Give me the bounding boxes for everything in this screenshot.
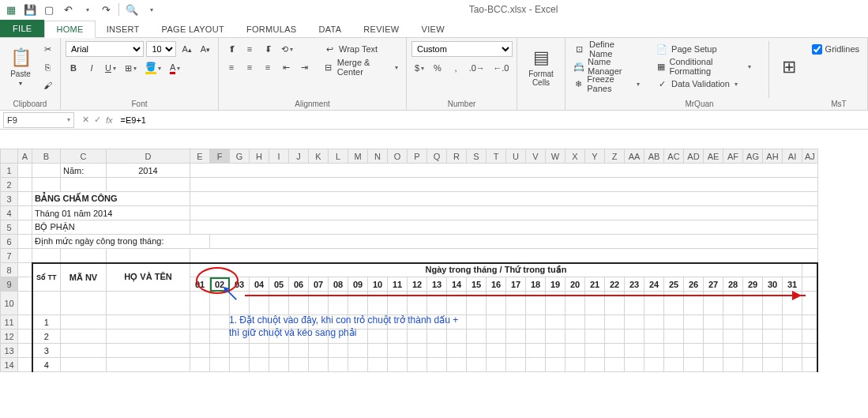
- col-header[interactable]: H: [250, 149, 269, 164]
- undo-icon[interactable]: ↶: [62, 3, 74, 16]
- col-header[interactable]: B: [32, 149, 61, 164]
- wrap-text-button[interactable]: ↩Wrap Text: [320, 41, 401, 57]
- tab-pagelayout[interactable]: PAGE LAYOUT: [151, 21, 235, 37]
- col-header[interactable]: W: [546, 149, 566, 164]
- col-header[interactable]: AG: [743, 149, 763, 164]
- col-header[interactable]: AJ: [802, 149, 818, 164]
- col-header[interactable]: AE: [704, 149, 723, 164]
- shrink-font-button[interactable]: A▾: [197, 41, 213, 57]
- cell[interactable]: HỌ VÀ TÊN: [107, 263, 190, 292]
- cell[interactable]: 31: [783, 277, 802, 292]
- font-color-button[interactable]: A: [167, 60, 183, 76]
- cell[interactable]: 20: [566, 277, 585, 292]
- cell[interactable]: Tháng 01 năm 2014: [32, 206, 190, 220]
- cell[interactable]: 29: [743, 277, 763, 292]
- col-header[interactable]: I: [269, 149, 289, 164]
- row-header[interactable]: 3: [1, 192, 18, 206]
- cell[interactable]: 23: [625, 277, 644, 292]
- gridlines-checkbox[interactable]: [812, 44, 822, 55]
- tab-home[interactable]: HOME: [44, 21, 95, 38]
- cell[interactable]: Năm:: [61, 164, 107, 178]
- font-name-select[interactable]: Arial: [66, 41, 144, 57]
- grow-font-button[interactable]: A▴: [178, 41, 194, 57]
- cell[interactable]: 30: [763, 277, 783, 292]
- percent-button[interactable]: %: [430, 60, 445, 76]
- col-header[interactable]: A: [18, 149, 32, 164]
- cell[interactable]: Định mức ngày công trong tháng:: [32, 235, 210, 249]
- comma-button[interactable]: ,: [448, 60, 464, 76]
- align-middle-button[interactable]: ≡: [242, 41, 257, 57]
- row-header[interactable]: 5: [1, 220, 18, 235]
- cell[interactable]: 4: [32, 358, 61, 372]
- col-header[interactable]: M: [348, 149, 368, 164]
- undo-dropdown-icon[interactable]: [81, 3, 93, 16]
- cell[interactable]: MÃ NV: [61, 263, 107, 292]
- col-header[interactable]: G: [230, 149, 250, 164]
- cond-format-button[interactable]: ▦Conditional Formatting: [652, 58, 754, 74]
- col-header[interactable]: T: [487, 149, 506, 164]
- row-header[interactable]: 10: [1, 292, 18, 315]
- page-setup-button[interactable]: 📄Page Setup: [652, 41, 754, 57]
- cell[interactable]: 3: [32, 344, 61, 358]
- col-header[interactable]: K: [309, 149, 329, 164]
- merge-center-button[interactable]: ⊟Merge & Center: [320, 59, 401, 75]
- cell[interactable]: Số TT: [32, 263, 61, 292]
- cell[interactable]: BẢNG CHẤM CÔNG: [32, 192, 190, 206]
- cell[interactable]: 06: [289, 277, 309, 292]
- row-header[interactable]: 14: [1, 358, 18, 372]
- new-icon[interactable]: ▢: [43, 3, 55, 16]
- col-header[interactable]: AC: [664, 149, 684, 164]
- tab-file[interactable]: FILE: [0, 20, 44, 37]
- col-header[interactable]: AA: [625, 149, 644, 164]
- increase-indent-button[interactable]: ⇥: [296, 59, 312, 75]
- col-header[interactable]: D: [107, 149, 190, 164]
- col-header[interactable]: AH: [763, 149, 783, 164]
- row-header[interactable]: 6: [1, 235, 18, 249]
- cell[interactable]: 05: [269, 277, 289, 292]
- align-bottom-button[interactable]: ⬇̄: [260, 41, 276, 57]
- col-header[interactable]: E: [190, 149, 210, 164]
- align-left-button[interactable]: ≡: [224, 59, 239, 75]
- cell[interactable]: 27: [704, 277, 723, 292]
- define-name-button[interactable]: ⊡Define Name: [570, 41, 643, 57]
- col-header[interactable]: F: [210, 149, 230, 164]
- col-header[interactable]: U: [506, 149, 526, 164]
- paste-button[interactable]: 📋 Paste ▾: [5, 41, 36, 93]
- copy-button[interactable]: ⎘: [39, 59, 55, 75]
- cell[interactable]: 24: [644, 277, 664, 292]
- tab-review[interactable]: REVIEW: [352, 21, 410, 37]
- cell[interactable]: 10: [368, 277, 388, 292]
- font-size-select[interactable]: 10: [146, 41, 176, 57]
- cell[interactable]: BỘ PHẬN: [32, 220, 190, 235]
- tab-formulas[interactable]: FORMULAS: [235, 21, 308, 37]
- format-cells-button[interactable]: ▤ Format Cells: [522, 41, 560, 93]
- row-header[interactable]: 4: [1, 206, 18, 220]
- col-header[interactable]: S: [467, 149, 487, 164]
- cell[interactable]: 14: [447, 277, 467, 292]
- col-header[interactable]: Q: [427, 149, 447, 164]
- cell[interactable]: 26: [684, 277, 704, 292]
- save-icon[interactable]: 💾: [24, 3, 36, 16]
- cell[interactable]: 19: [546, 277, 566, 292]
- cell[interactable]: 21: [585, 277, 605, 292]
- cell[interactable]: 04: [250, 277, 269, 292]
- row-header[interactable]: 2: [1, 178, 18, 192]
- col-header[interactable]: L: [329, 149, 348, 164]
- col-header[interactable]: R: [447, 149, 467, 164]
- underline-button[interactable]: U: [102, 60, 119, 76]
- data-validation-button[interactable]: ✓Data Validation: [652, 76, 754, 92]
- cell[interactable]: 11: [388, 277, 408, 292]
- cell[interactable]: 07: [309, 277, 329, 292]
- cell[interactable]: 28: [723, 277, 743, 292]
- orientation-button[interactable]: ⟲: [278, 41, 296, 57]
- cell[interactable]: 16: [487, 277, 506, 292]
- col-header[interactable]: AB: [644, 149, 664, 164]
- cell[interactable]: 15: [467, 277, 487, 292]
- col-header[interactable]: X: [566, 149, 585, 164]
- col-header[interactable]: V: [526, 149, 546, 164]
- increase-decimal-button[interactable]: .0→: [466, 60, 488, 76]
- col-header[interactable]: AD: [684, 149, 704, 164]
- col-header[interactable]: O: [388, 149, 408, 164]
- name-manager-button[interactable]: 📇Name Manager: [570, 58, 643, 74]
- align-right-button[interactable]: ≡: [260, 59, 276, 75]
